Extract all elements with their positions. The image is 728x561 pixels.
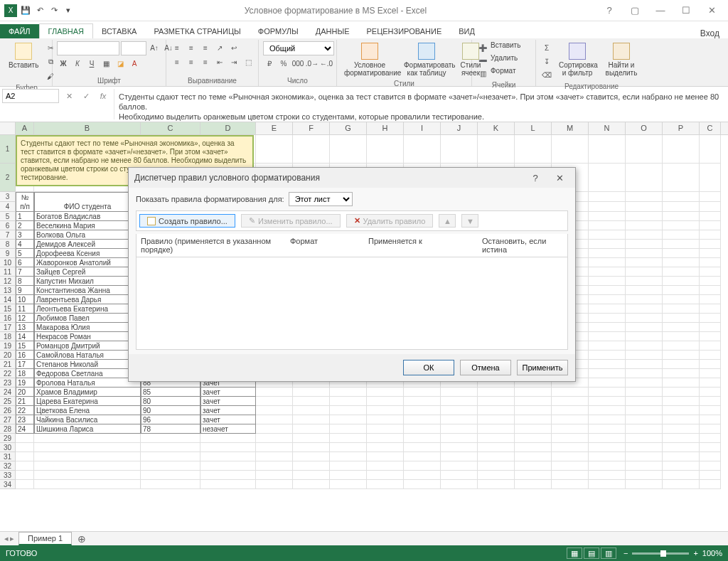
cell[interactable] <box>700 221 721 230</box>
cell[interactable] <box>367 471 404 480</box>
cell[interactable] <box>663 480 700 489</box>
cell[interactable] <box>441 415 478 424</box>
cell[interactable] <box>515 135 552 164</box>
cell[interactable] <box>663 461 700 471</box>
grid-row[interactable]: 32 <box>0 461 728 471</box>
cell[interactable] <box>700 471 721 480</box>
cell[interactable] <box>478 461 515 471</box>
cell[interactable]: Веселкина Мария <box>34 221 141 230</box>
cell[interactable] <box>16 480 34 489</box>
cell[interactable] <box>589 461 626 471</box>
cell[interactable]: Макарова Юлия <box>34 323 141 332</box>
cell[interactable] <box>293 471 330 480</box>
tab-data[interactable]: ДАННЫЕ <box>307 24 358 38</box>
cell[interactable] <box>700 135 721 164</box>
cell[interactable]: Леонтьева Екатерина <box>34 304 141 314</box>
cell[interactable] <box>293 388 330 397</box>
tab-insert[interactable]: ВСТАВКА <box>93 24 145 38</box>
cell[interactable] <box>589 286 626 295</box>
redo-icon[interactable]: ↷ <box>48 5 60 16</box>
row-header[interactable]: 25 <box>0 397 16 406</box>
cell[interactable] <box>589 332 626 341</box>
column-header[interactable]: C <box>700 122 721 134</box>
cell[interactable] <box>700 295 721 304</box>
border-icon[interactable]: ▦ <box>100 57 112 70</box>
cell[interactable] <box>367 415 404 424</box>
format-as-table-button[interactable]: Форматировать как таблицу <box>401 41 452 78</box>
login-link[interactable]: Вход <box>700 28 728 38</box>
cell[interactable] <box>663 434 700 443</box>
cell[interactable]: 10 <box>16 295 34 304</box>
cell[interactable] <box>700 267 721 277</box>
cell[interactable] <box>404 443 441 452</box>
cell[interactable] <box>293 434 330 443</box>
clear-icon[interactable]: ⌫ <box>540 68 553 81</box>
cell[interactable] <box>515 452 552 461</box>
cell[interactable]: Жаворонков Анатолий <box>34 258 141 267</box>
bold-icon[interactable]: Ж <box>57 57 70 70</box>
cell[interactable] <box>589 443 626 452</box>
cell[interactable] <box>367 443 404 452</box>
cell[interactable] <box>515 388 552 397</box>
cell[interactable] <box>589 277 626 286</box>
cell[interactable] <box>626 323 663 332</box>
cell[interactable] <box>589 378 626 388</box>
cell[interactable] <box>626 249 663 258</box>
cell[interactable] <box>589 249 626 258</box>
cell[interactable] <box>626 135 663 164</box>
cell[interactable]: Константинова Жанна <box>34 286 141 295</box>
cell[interactable] <box>141 471 200 480</box>
cell[interactable] <box>141 461 200 471</box>
cell[interactable] <box>404 480 441 489</box>
cell[interactable] <box>700 424 721 434</box>
cell[interactable] <box>478 406 515 415</box>
cell[interactable]: зачет <box>200 397 256 406</box>
row-header[interactable]: 5 <box>0 212 16 221</box>
row-header[interactable]: 9 <box>0 249 16 258</box>
row-header[interactable]: 1 <box>0 135 16 164</box>
rules-list[interactable] <box>136 257 568 350</box>
cell[interactable] <box>293 461 330 471</box>
cell[interactable] <box>700 480 721 489</box>
cell[interactable] <box>700 304 721 314</box>
row-header[interactable]: 33 <box>0 471 16 480</box>
cell[interactable] <box>34 452 141 461</box>
cell[interactable] <box>552 434 589 443</box>
name-box[interactable] <box>2 89 59 103</box>
cell[interactable] <box>663 277 700 286</box>
cell[interactable] <box>589 406 626 415</box>
cell[interactable] <box>515 415 552 424</box>
row-header[interactable]: 15 <box>0 304 16 314</box>
cell[interactable] <box>16 443 34 452</box>
cell[interactable] <box>700 249 721 258</box>
cell[interactable] <box>552 406 589 415</box>
tab-formulas[interactable]: ФОРМУЛЫ <box>250 24 307 38</box>
cell[interactable] <box>515 406 552 415</box>
cell[interactable] <box>441 388 478 397</box>
cell[interactable] <box>626 360 663 369</box>
cell[interactable]: Зайцев Сергей <box>34 267 141 277</box>
italic-icon[interactable]: К <box>71 57 84 70</box>
cell[interactable] <box>256 461 293 471</box>
grid-row[interactable]: 2824Шишкина Лариса78незачет <box>0 424 728 434</box>
cell[interactable] <box>663 202 700 212</box>
cell[interactable] <box>367 388 404 397</box>
cell[interactable] <box>700 164 721 192</box>
row-header[interactable]: 26 <box>0 406 16 415</box>
row-header[interactable]: 23 <box>0 378 16 388</box>
cell[interactable]: 8 <box>16 277 34 286</box>
save-icon[interactable]: 💾 <box>20 5 31 16</box>
cell[interactable]: зачет <box>200 415 256 424</box>
row-header[interactable]: 24 <box>0 388 16 397</box>
cell[interactable] <box>330 461 367 471</box>
cell[interactable]: п/п <box>16 202 34 212</box>
undo-icon[interactable]: ↶ <box>34 5 46 16</box>
sort-filter-button[interactable]: Сортировка и фильтр <box>556 41 599 78</box>
cell[interactable] <box>663 314 700 323</box>
column-header[interactable]: D <box>200 122 256 134</box>
cell[interactable] <box>626 164 663 192</box>
cell[interactable] <box>589 452 626 461</box>
cell[interactable] <box>330 434 367 443</box>
cell[interactable]: Некрасов Роман <box>34 332 141 341</box>
cell[interactable] <box>700 443 721 452</box>
